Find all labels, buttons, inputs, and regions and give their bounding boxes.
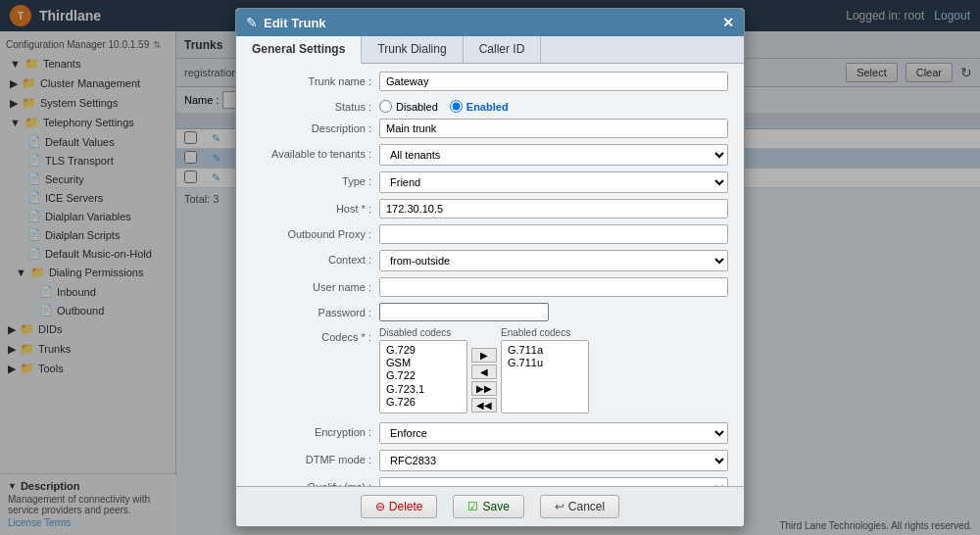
disabled-codec-g7231[interactable]: G.723.1: [386, 383, 461, 396]
move-right-button[interactable]: ▶: [471, 348, 497, 363]
disabled-codecs-header: Disabled codecs: [379, 327, 467, 338]
password-input[interactable]: [379, 303, 549, 321]
username-input[interactable]: [379, 277, 728, 297]
modal-cancel-icon: ↩: [555, 500, 564, 513]
qualify-row: Qualify (ms) : no yes 500: [252, 477, 728, 486]
modal-close-button[interactable]: ✕: [722, 15, 734, 30]
modal-footer: ⊖ Delete ☑ Save ↩ Cancel: [236, 486, 744, 526]
status-enabled-radio[interactable]: [450, 100, 463, 113]
trunk-name-input[interactable]: [379, 72, 728, 91]
dtmf-label: DTMF mode :: [252, 450, 379, 465]
description-row: Description :: [252, 119, 728, 138]
tab-trunk-dialing[interactable]: Trunk Dialing: [362, 36, 463, 63]
modal-titlebar: ✎ Edit Trunk ✕: [236, 9, 744, 36]
host-input[interactable]: [379, 199, 728, 219]
username-label: User name :: [252, 277, 379, 293]
qualify-label: Qualify (ms) :: [252, 477, 379, 486]
edit-trunk-modal: ✎ Edit Trunk ✕ General Settings Trunk Di…: [235, 8, 745, 527]
status-enabled-label: Enabled: [466, 101, 509, 113]
host-label: Host * :: [252, 199, 379, 215]
status-radio-group: Disabled Enabled: [379, 97, 728, 113]
modal-cancel-label: Cancel: [568, 500, 605, 513]
context-row: Context : from-outside: [252, 250, 728, 271]
modal-save-button[interactable]: ☑ Save: [453, 495, 523, 518]
modal-title: Edit Trunk: [264, 16, 326, 30]
encryption-select[interactable]: Enforce No Yes Best effort: [379, 422, 728, 444]
description-label: Description :: [252, 119, 379, 134]
status-disabled-label: Disabled: [396, 101, 438, 113]
password-label: Password :: [252, 303, 379, 318]
modal-tabs: General Settings Trunk Dialing Caller ID: [236, 36, 744, 64]
modal-delete-label: Delete: [389, 500, 423, 513]
outbound-proxy-label: Outbound Proxy :: [252, 224, 379, 240]
codecs-label: Codecs * :: [252, 327, 379, 343]
context-label: Context :: [252, 250, 379, 266]
status-disabled-option[interactable]: Disabled: [379, 100, 438, 113]
modal-edit-icon: ✎: [246, 15, 258, 30]
modal-save-icon: ☑: [467, 500, 478, 513]
modal-save-label: Save: [482, 500, 509, 513]
available-tenants-select[interactable]: All tenants: [379, 144, 728, 166]
disabled-codecs-list[interactable]: G.729 GSM G.722 G.723.1 G.726: [379, 340, 467, 413]
codecs-row: Codecs * : Disabled codecs G.729 GSM G.7…: [252, 327, 728, 416]
disabled-codec-g726[interactable]: G.726: [386, 396, 461, 409]
type-row: Type : Friend: [252, 171, 728, 193]
username-row: User name :: [252, 277, 728, 297]
move-all-right-button[interactable]: ▶▶: [471, 381, 497, 396]
qualify-select[interactable]: no yes 500: [379, 477, 728, 486]
enabled-codecs-list[interactable]: G.711a G.711u: [501, 340, 589, 413]
dtmf-select[interactable]: RFC2833 inband info auto: [379, 450, 728, 471]
host-row: Host * :: [252, 199, 728, 219]
modal-body: Trunk name : Status : Disabled: [236, 64, 744, 486]
status-disabled-radio[interactable]: [379, 100, 392, 113]
description-input[interactable]: [379, 119, 728, 138]
context-select[interactable]: from-outside: [379, 250, 728, 271]
modal-overlay: ✎ Edit Trunk ✕ General Settings Trunk Di…: [0, 0, 980, 535]
encryption-label: Encryption :: [252, 422, 379, 438]
modal-cancel-button[interactable]: ↩ Cancel: [540, 495, 619, 518]
status-enabled-option[interactable]: Enabled: [450, 100, 509, 113]
enabled-codec-g711u[interactable]: G.711u: [508, 357, 582, 369]
enabled-codec-g711a[interactable]: G.711a: [508, 344, 582, 357]
move-all-left-button[interactable]: ◀◀: [471, 398, 497, 413]
available-tenants-label: Available to tenants :: [252, 144, 379, 160]
tab-caller-id[interactable]: Caller ID: [464, 36, 542, 63]
modal-titlebar-left: ✎ Edit Trunk: [246, 15, 326, 30]
status-label: Status :: [252, 97, 379, 113]
encryption-row: Encryption : Enforce No Yes Best effort: [252, 422, 728, 444]
outbound-proxy-row: Outbound Proxy :: [252, 224, 728, 244]
disabled-codec-g729[interactable]: G.729: [386, 344, 461, 357]
available-tenants-row: Available to tenants : All tenants: [252, 144, 728, 166]
modal-delete-button[interactable]: ⊖ Delete: [361, 495, 438, 518]
type-select[interactable]: Friend: [379, 171, 728, 193]
tab-general-settings[interactable]: General Settings: [236, 36, 362, 64]
trunk-name-label: Trunk name :: [252, 72, 379, 87]
status-row: Status : Disabled Enabled: [252, 97, 728, 113]
type-label: Type :: [252, 171, 379, 187]
move-left-button[interactable]: ◀: [471, 365, 497, 379]
outbound-proxy-input[interactable]: [379, 224, 728, 244]
password-row: Password :: [252, 303, 728, 321]
dtmf-row: DTMF mode : RFC2833 inband info auto: [252, 450, 728, 471]
enabled-codecs-header: Enabled codecs: [501, 327, 589, 338]
disabled-codec-gsm[interactable]: GSM: [386, 357, 461, 369]
modal-delete-icon: ⊖: [375, 500, 385, 513]
trunk-name-row: Trunk name :: [252, 72, 728, 91]
disabled-codec-g722[interactable]: G.722: [386, 369, 461, 382]
